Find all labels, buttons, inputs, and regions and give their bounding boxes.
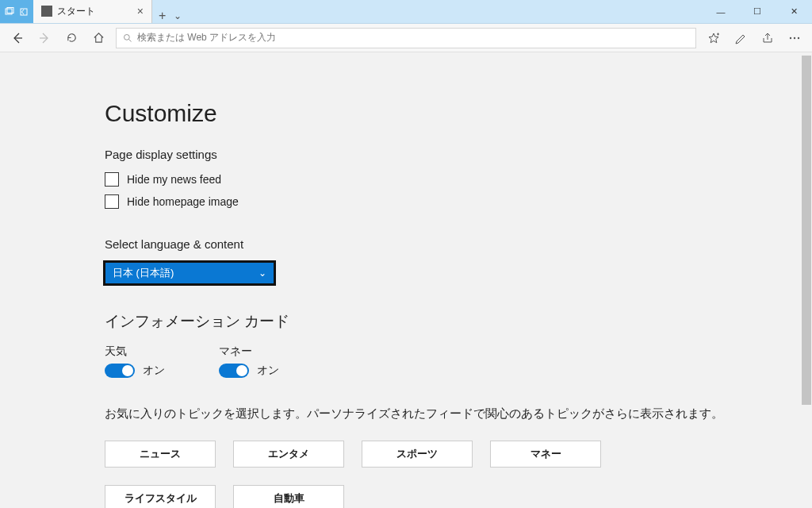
tab-close-icon[interactable]: × bbox=[137, 5, 144, 17]
window-controls: — ☐ ✕ bbox=[703, 0, 812, 23]
minimize-button[interactable]: — bbox=[703, 0, 739, 23]
topics-grid: ニュース エンタメ スポーツ マネー ライフスタイル 自動車 bbox=[105, 441, 644, 509]
browser-tab[interactable]: スタート × bbox=[33, 0, 152, 23]
edge-window: スタート × + ⌄ — ☐ ✕ 検索または Web bbox=[0, 0, 812, 508]
share-icon[interactable] bbox=[755, 27, 780, 49]
svg-point-3 bbox=[124, 34, 130, 40]
hide-homepage-row: Hide homepage image bbox=[105, 194, 801, 209]
hide-homepage-label: Hide homepage image bbox=[127, 195, 239, 208]
toggle-weather-switch[interactable] bbox=[105, 364, 135, 378]
maximize-button[interactable]: ☐ bbox=[739, 0, 776, 23]
topic-entertainment[interactable]: エンタメ bbox=[233, 441, 344, 468]
refresh-button[interactable] bbox=[59, 27, 84, 49]
topic-sports[interactable]: スポーツ bbox=[362, 441, 473, 468]
tab-favicon bbox=[41, 6, 52, 17]
back-button[interactable] bbox=[5, 27, 30, 49]
tab-title: スタート bbox=[57, 5, 95, 18]
svg-point-6 bbox=[798, 37, 799, 38]
page-title: Customize bbox=[105, 100, 801, 127]
tab-actions: + ⌄ bbox=[152, 9, 188, 23]
topic-lifestyle[interactable]: ライフスタイル bbox=[105, 485, 216, 509]
chevron-down-icon: ⌄ bbox=[259, 267, 266, 279]
toolbar-right bbox=[701, 27, 807, 49]
tabs-dropdown-icon[interactable]: ⌄ bbox=[174, 10, 182, 21]
hide-homepage-checkbox[interactable] bbox=[105, 194, 119, 209]
toggle-weather-label: 天気 bbox=[105, 344, 165, 359]
hide-feed-row: Hide my news feed bbox=[105, 172, 801, 187]
topics-description: お気に入りのトピックを選択します。パーソナライズされたフィードで関心のあるトピッ… bbox=[105, 405, 723, 423]
close-window-button[interactable]: ✕ bbox=[776, 0, 812, 23]
language-value: 日本 (日本語) bbox=[113, 266, 174, 280]
title-bar: スタート × + ⌄ — ☐ ✕ bbox=[0, 0, 812, 24]
address-bar[interactable]: 検索または Web アドレスを入力 bbox=[116, 28, 696, 48]
svg-point-5 bbox=[794, 37, 795, 38]
info-toggles: 天気 オン マネー オン bbox=[105, 344, 801, 378]
scroll-thumb[interactable] bbox=[802, 56, 811, 405]
topic-money[interactable]: マネー bbox=[490, 441, 601, 468]
new-tab-icon[interactable]: + bbox=[159, 9, 166, 23]
home-button[interactable] bbox=[86, 27, 111, 49]
favorites-icon[interactable] bbox=[701, 27, 726, 49]
vertical-scrollbar[interactable] bbox=[801, 52, 812, 508]
toggle-money-switch[interactable] bbox=[219, 364, 249, 378]
toggle-money-value: オン bbox=[257, 364, 279, 378]
topic-news[interactable]: ニュース bbox=[105, 441, 216, 468]
search-icon bbox=[123, 33, 132, 43]
toggle-money-label: マネー bbox=[219, 344, 279, 359]
customize-page: Customize Page display settings Hide my … bbox=[0, 52, 801, 508]
more-icon[interactable] bbox=[782, 27, 807, 49]
hide-feed-checkbox[interactable] bbox=[105, 172, 119, 187]
select-language-label: Select language & content bbox=[105, 237, 801, 251]
display-settings-label: Page display settings bbox=[105, 148, 801, 161]
toggle-weather-value: オン bbox=[143, 364, 165, 378]
toggle-weather: 天気 オン bbox=[105, 344, 165, 378]
info-cards-title: インフォメーション カード bbox=[105, 311, 801, 332]
svg-point-4 bbox=[790, 37, 791, 38]
page-viewport: Customize Page display settings Hide my … bbox=[0, 52, 812, 508]
notes-icon[interactable] bbox=[728, 27, 753, 49]
language-select[interactable]: 日本 (日本語) ⌄ bbox=[105, 262, 274, 284]
nav-bar: 検索または Web アドレスを入力 bbox=[0, 24, 812, 52]
forward-button[interactable] bbox=[32, 27, 57, 49]
tab-strip: スタート × + ⌄ bbox=[33, 0, 188, 23]
titlebar-left-icons bbox=[0, 0, 33, 23]
toggle-money: マネー オン bbox=[219, 344, 279, 378]
address-placeholder: 検索または Web アドレスを入力 bbox=[137, 31, 276, 44]
set-aside-icon[interactable] bbox=[19, 7, 29, 17]
topic-auto[interactable]: 自動車 bbox=[233, 485, 344, 509]
tab-preview-icon[interactable] bbox=[5, 7, 14, 17]
hide-feed-label: Hide my news feed bbox=[127, 173, 221, 186]
